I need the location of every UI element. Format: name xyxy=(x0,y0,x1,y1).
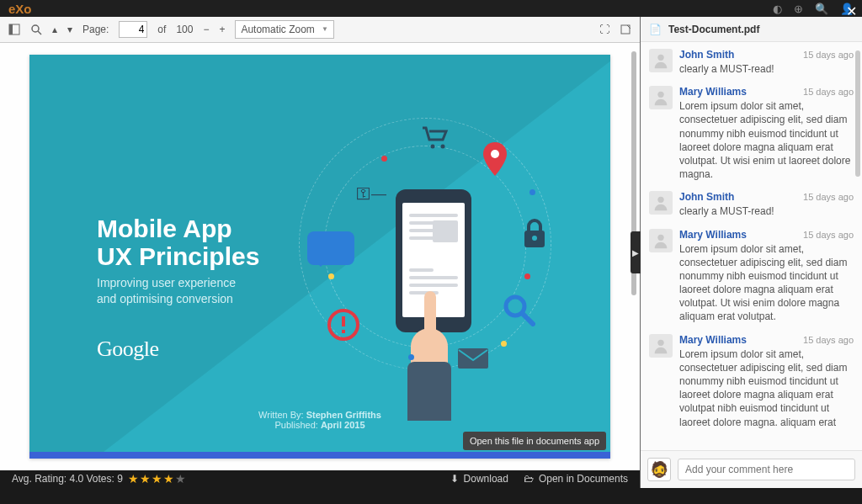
download-button[interactable]: ⬇ Download xyxy=(450,473,508,485)
page-input[interactable] xyxy=(119,21,147,38)
lock-icon xyxy=(518,215,551,252)
comment-time: 15 days ago xyxy=(803,335,854,345)
comment-author[interactable]: Mary Williams xyxy=(679,86,747,98)
page-total: 100 xyxy=(176,24,193,35)
avatar xyxy=(649,334,673,358)
tools-icon[interactable] xyxy=(620,24,631,35)
pdf-file-icon: 📄 xyxy=(649,24,662,35)
comment-input[interactable] xyxy=(678,459,855,480)
svg-line-3 xyxy=(38,31,41,34)
app-logo: eXo xyxy=(8,2,32,16)
comment-text: clearly a MUST-read! xyxy=(679,204,854,218)
fullscreen-icon[interactable]: ⛶ xyxy=(599,24,609,35)
comment-item: Mary Williams15 days agoLorem ipsum dolo… xyxy=(646,329,857,434)
svg-rect-16 xyxy=(342,330,345,333)
search-icon[interactable]: 🔍 xyxy=(815,3,828,15)
pin-icon xyxy=(479,141,511,178)
slide-title: Mobile AppUX Principles xyxy=(97,215,259,270)
comment-author[interactable]: Mary Williams xyxy=(679,229,747,241)
comment-item: John Smith15 days agoclearly a MUST-read… xyxy=(646,186,857,223)
comment-item: John Smith15 days agoclearly a MUST-read… xyxy=(646,44,857,81)
notification-icon[interactable]: ◐ xyxy=(773,3,782,15)
cart-icon xyxy=(417,120,454,154)
mail-icon xyxy=(455,346,491,371)
slide-illustration: ⚿— xyxy=(290,105,560,408)
svg-rect-13 xyxy=(458,348,488,369)
pdf-viewer: ▴ ▾ Page: of 100 − + Automatic Zoom ⛶ Mo… xyxy=(0,17,640,488)
panel-filename: Test-Document.pdf xyxy=(668,24,759,35)
slide-footer: Written By: Stephen Griffiths Published:… xyxy=(29,410,610,430)
page-label: Page: xyxy=(82,24,109,35)
svg-point-17 xyxy=(657,55,663,61)
svg-rect-1 xyxy=(9,24,13,34)
panel-scrollbar[interactable] xyxy=(855,50,860,177)
avatar xyxy=(649,229,673,252)
warning-icon xyxy=(326,307,361,342)
comment-text: Lorem ipsum dolor sit amet, consectetuer… xyxy=(679,347,854,429)
svg-point-8 xyxy=(491,150,499,158)
comments-list: John Smith15 days agoclearly a MUST-read… xyxy=(641,42,862,450)
zoom-in-icon[interactable]: + xyxy=(219,24,225,35)
svg-point-7 xyxy=(441,144,445,148)
zoom-select[interactable]: Automatic Zoom xyxy=(235,20,333,39)
svg-point-18 xyxy=(657,92,663,98)
folder-icon: 🗁 xyxy=(524,473,534,485)
comment-item: Mary Williams15 days agoLorem ipsum dolo… xyxy=(646,224,857,329)
comments-panel: ▶ 📄 Test-Document.pdf John Smith15 days … xyxy=(640,17,862,488)
current-user-avatar: 🧔 xyxy=(647,458,671,481)
comment-text: clearly a MUST-read! xyxy=(679,62,854,76)
pdf-toolbar: ▴ ▾ Page: of 100 − + Automatic Zoom ⛶ xyxy=(0,17,640,43)
svg-point-10 xyxy=(532,236,537,241)
pdf-body: Mobile AppUX Principles Improving user e… xyxy=(0,43,640,470)
google-logo: Google xyxy=(97,337,159,362)
comment-author[interactable]: John Smith xyxy=(679,49,734,61)
find-icon[interactable] xyxy=(30,24,42,35)
comment-text: Lorem ipsum dolor sit amet, consectetuer… xyxy=(679,242,854,324)
svg-rect-15 xyxy=(342,316,345,326)
prev-page-icon[interactable]: ▴ xyxy=(52,24,57,35)
svg-point-6 xyxy=(431,144,435,148)
comment-time: 15 days ago xyxy=(803,87,854,97)
svg-point-2 xyxy=(32,25,39,32)
app-topbar: eXo ◐ ⊕ 🔍 👤 xyxy=(0,0,862,17)
comment-text: Lorem ipsum dolor sit amet, consectetuer… xyxy=(679,99,854,181)
zoom-out-icon[interactable]: − xyxy=(203,24,209,35)
download-icon: ⬇ xyxy=(450,473,459,485)
hand-icon xyxy=(404,294,455,412)
comment-time: 15 days ago xyxy=(803,50,854,60)
rating-label: Avg. Rating: 4.0 Votes: 9 xyxy=(12,473,123,485)
avatar xyxy=(649,191,673,215)
slide-page: Mobile AppUX Principles Improving user e… xyxy=(29,55,610,459)
svg-point-19 xyxy=(657,197,663,203)
panel-header: 📄 Test-Document.pdf xyxy=(641,17,862,42)
open-docs-tooltip: Open this file in documents app xyxy=(463,432,606,450)
plus-icon[interactable]: ⊕ xyxy=(794,3,803,15)
svg-point-21 xyxy=(657,339,663,345)
comment-item: Mary Williams15 days agoLorem ipsum dolo… xyxy=(646,81,857,186)
slide-subtitle: Improving user experienceand optimising … xyxy=(97,275,236,308)
collapse-panel-button[interactable]: ▶ xyxy=(631,231,641,273)
magnifier-icon xyxy=(499,290,538,329)
avatar xyxy=(649,86,673,109)
page-of: of xyxy=(157,24,166,35)
comment-author[interactable]: John Smith xyxy=(679,191,734,203)
open-in-documents-button[interactable]: 🗁 Open in Documents xyxy=(524,473,628,485)
comment-time: 15 days ago xyxy=(803,230,854,240)
topbar-icon-group: ◐ ⊕ 🔍 👤 xyxy=(773,3,854,15)
comment-author[interactable]: Mary Williams xyxy=(679,334,747,346)
key-icon: ⚿— xyxy=(354,188,388,201)
avatar xyxy=(649,49,673,72)
sidebar-toggle-icon[interactable] xyxy=(8,24,20,35)
svg-line-12 xyxy=(523,314,533,324)
viewer-footer: Avg. Rating: 4.0 Votes: 9 ★★★★★ ⬇ Downlo… xyxy=(0,470,640,488)
message-icon xyxy=(307,231,354,265)
next-page-icon[interactable]: ▾ xyxy=(67,24,72,35)
svg-point-20 xyxy=(657,234,663,240)
comment-input-row: 🧔 xyxy=(641,450,862,488)
comment-time: 15 days ago xyxy=(803,192,854,202)
rating-stars[interactable]: ★★★★★ xyxy=(128,472,187,485)
